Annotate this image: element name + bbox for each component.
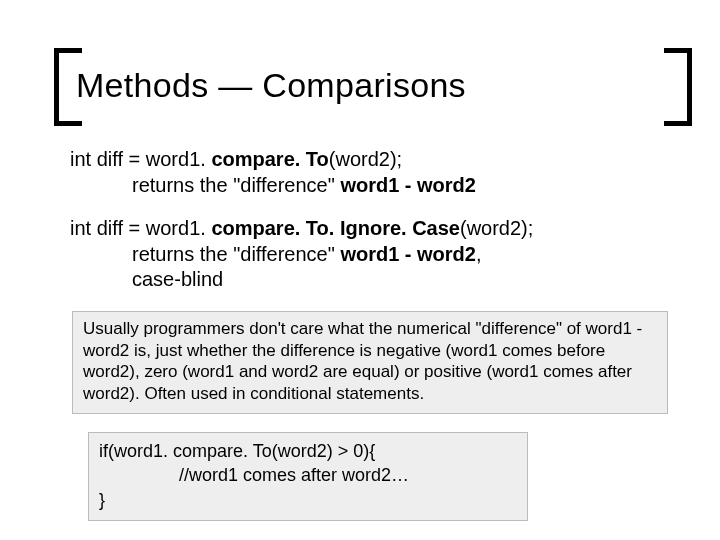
text: (word2); (329, 148, 402, 170)
text: (word2); (460, 217, 533, 239)
bracket-left-icon (54, 48, 82, 126)
text: int diff = word1. (70, 217, 211, 239)
slide-body: int diff = word1. compare. To(word2); re… (70, 147, 670, 521)
slide-title: Methods — Comparisons (72, 60, 670, 119)
compareto-line2: returns the "difference" word1 - word2 (70, 173, 670, 199)
code-box: if(word1. compare. To(word2) > 0){ //wor… (88, 432, 528, 521)
code-line-2: //word1 comes after word2… (99, 463, 517, 487)
title-wrap: Methods — Comparisons (72, 60, 670, 119)
compareto-block: int diff = word1. compare. To(word2); re… (70, 147, 670, 198)
text: int diff = word1. (70, 148, 211, 170)
method-name: compare. To (211, 148, 328, 170)
ignorecase-line1: int diff = word1. compare. To. Ignore. C… (70, 216, 670, 242)
bracket-right-icon (664, 48, 692, 126)
ignorecase-line2: returns the "difference" word1 - word2, (70, 242, 670, 268)
difference-expr: word1 - word2 (340, 243, 476, 265)
text: returns the "difference" (132, 243, 340, 265)
method-name: compare. To. Ignore. Case (211, 217, 460, 239)
note-box: Usually programmers don't care what the … (72, 311, 668, 414)
ignorecase-line3: case-blind (70, 267, 670, 293)
compareto-line1: int diff = word1. compare. To(word2); (70, 147, 670, 173)
note-text: Usually programmers don't care what the … (83, 319, 642, 403)
code-line-1: if(word1. compare. To(word2) > 0){ (99, 439, 517, 463)
text: returns the "difference" (132, 174, 340, 196)
text: , (476, 243, 482, 265)
code-line-3: } (99, 488, 517, 512)
slide: Methods — Comparisons int diff = word1. … (0, 0, 720, 540)
comparetoignorecase-block: int diff = word1. compare. To. Ignore. C… (70, 216, 670, 293)
difference-expr: word1 - word2 (340, 174, 476, 196)
